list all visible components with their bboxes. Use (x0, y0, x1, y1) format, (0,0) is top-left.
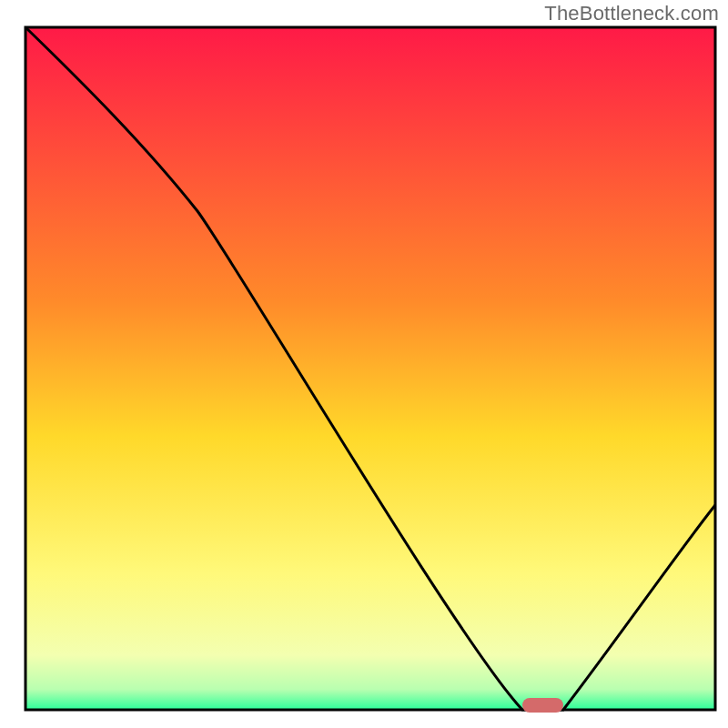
chart-container: { "watermark": "TheBottleneck.com", "cha… (0, 0, 728, 728)
plot-background (25, 27, 715, 710)
chart-svg (0, 0, 728, 728)
watermark-text: TheBottleneck.com (544, 2, 719, 25)
minimum-marker (522, 698, 563, 713)
